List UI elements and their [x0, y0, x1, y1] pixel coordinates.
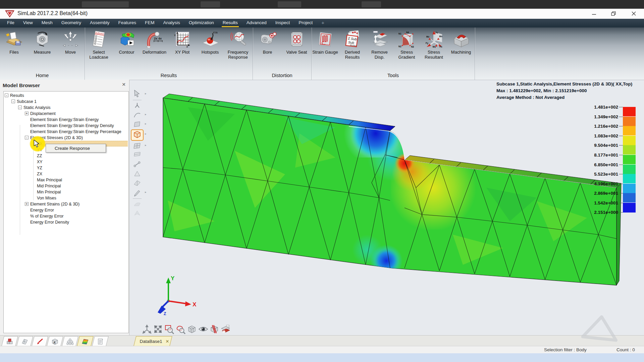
menu-view[interactable]: View: [19, 19, 37, 27]
svg-text:Y: Y: [174, 34, 176, 37]
section-button[interactable]: [220, 324, 230, 335]
tree-item-max-principal[interactable]: Max Principal: [4, 177, 128, 183]
ribbon-label: Deformation: [143, 50, 166, 55]
menu-project[interactable]: Project: [294, 19, 317, 27]
tree-item-energy-error-density[interactable]: Energy Error Density: [4, 219, 128, 225]
title-bar: SimLab 2017.2.2 Beta(64-bit): [0, 9, 644, 19]
tree-item-pct-energy-error[interactable]: % of Energy Error: [4, 213, 128, 219]
tree-item-displacement[interactable]: +Displacement: [4, 111, 128, 117]
view-cube-button[interactable]: [187, 324, 197, 335]
tree-item-static-analysis[interactable]: -Static Analysis: [4, 105, 128, 111]
legend-band: [623, 174, 636, 184]
zoom-lasso-button[interactable]: [176, 324, 186, 335]
ribbon-item-measure[interactable]: Measure: [28, 27, 56, 70]
zoom-window-button[interactable]: [164, 324, 174, 335]
tree-item-results[interactable]: -Results: [4, 93, 128, 99]
close-button[interactable]: [629, 10, 639, 18]
ribbon-item-derived-results[interactable]: Σ Sub Sub Min/Max Derived Results: [339, 27, 366, 70]
triad-toggle-button[interactable]: [142, 324, 152, 335]
ribbon-item-deformation[interactable]: 2x 4x Deformation: [141, 27, 168, 70]
model-browser-tree: -Results -Subcase 1 -Static Analysis +Di…: [3, 91, 129, 333]
tree-item-zz[interactable]: ZZ: [4, 153, 128, 159]
ribbon-label: Machining: [451, 50, 471, 55]
database-tab-label[interactable]: DataBase1: [140, 339, 162, 344]
ribbon-item-xy-plot[interactable]: Y X XY Plot: [168, 27, 196, 70]
tree-item-element-stresses[interactable]: -Element Stresses (2D & 3D): [4, 135, 128, 141]
tree-item-xy[interactable]: XY: [4, 159, 128, 165]
legend-tick: [619, 203, 623, 203]
tree-item-von-mises[interactable]: Von Mises: [4, 195, 128, 201]
menu-features[interactable]: Features: [114, 19, 141, 27]
collapse-icon[interactable]: -: [18, 106, 22, 109]
tree-item-element-strains[interactable]: +Element Strains (2D & 3D): [4, 201, 128, 207]
tree-item-min-principal[interactable]: Min Principal: [4, 189, 128, 195]
ribbon-item-select-loadcase[interactable]: Subcase Select Loadcase: [85, 27, 113, 70]
ribbon-item-bore[interactable]: Bore: [253, 27, 282, 70]
restore-button[interactable]: [608, 10, 619, 18]
ribbon-item-stress-gradient[interactable]: N1 N4 N2 N3 Stress Gradient: [393, 27, 420, 70]
move-icon: [62, 31, 79, 48]
legend-value: 4.196e+001: [570, 181, 618, 187]
ribbon-item-remove-disp[interactable]: Remove Disp.: [366, 27, 393, 70]
expand-icon[interactable]: +: [25, 112, 29, 115]
contour-icon: [118, 31, 136, 48]
ribbon-item-contour[interactable]: Contour: [113, 27, 141, 70]
list-tab[interactable]: [92, 336, 108, 346]
ribbon-label: Stress Gradient: [393, 50, 420, 60]
legend-value: 2.151e+000: [570, 209, 618, 215]
legend-value: 1.216e+002: [570, 123, 618, 129]
tree-item-zx[interactable]: ZX: [4, 171, 128, 177]
ribbon-item-frequency-response[interactable]: Frequency Response: [224, 27, 252, 70]
show-hide-button[interactable]: [198, 324, 208, 335]
database-tab-close-icon[interactable]: ✕: [165, 339, 169, 344]
minimize-button[interactable]: [589, 10, 599, 18]
menu-advanced[interactable]: Advanced: [242, 19, 271, 27]
results-tab-active[interactable]: [77, 336, 93, 346]
ribbon-item-move[interactable]: Move: [56, 27, 85, 70]
fit-view-button[interactable]: [153, 324, 163, 335]
menu-add-tab[interactable]: +: [317, 19, 329, 27]
menu-file[interactable]: File: [3, 19, 19, 27]
legend-band: [623, 184, 636, 193]
expand-icon[interactable]: +: [25, 202, 29, 206]
derived-results-icon: Σ Sub Sub Min/Max: [344, 31, 361, 48]
collapse-icon[interactable]: -: [5, 94, 8, 97]
tree-item-strain-energy-percentage[interactable]: Element Strain Energy:Strain Energy Perc…: [4, 129, 128, 135]
ribbon-item-files[interactable]: Files: [0, 27, 28, 70]
menu-geometry[interactable]: Geometry: [57, 19, 86, 27]
menu-mesh[interactable]: Mesh: [37, 19, 57, 27]
legend-value: 6.850e+001: [570, 162, 618, 168]
menu-results[interactable]: Results: [218, 19, 242, 27]
tree-item-energy-error[interactable]: Energy Error: [4, 207, 128, 213]
svg-text:Mx: Mx: [439, 35, 442, 38]
tree-item-yz[interactable]: YZ: [4, 165, 128, 171]
collapse-icon[interactable]: -: [25, 136, 29, 139]
menu-fem[interactable]: FEM: [141, 19, 159, 27]
deformation-icon: 2x 4x: [146, 31, 163, 48]
tree-item-mid-principal[interactable]: Mid Principal: [4, 183, 128, 189]
ribbon-item-machining[interactable]: Machining: [447, 27, 475, 70]
ribbon-item-hotspots[interactable]: r=n Hotspots: [196, 27, 224, 70]
3d-viewport-model[interactable]: [129, 80, 644, 339]
collapse-icon[interactable]: -: [11, 100, 15, 103]
nodes-tab[interactable]: [62, 336, 78, 346]
loads-tab[interactable]: [32, 336, 48, 346]
menu-analysis[interactable]: Analysis: [159, 19, 184, 27]
ribbon-item-stress-resultant[interactable]: Fz Mz Mx Fy My Fx Stress Resultant: [420, 27, 447, 70]
frequency-response-icon: [229, 31, 247, 48]
ribbon-item-valve-seat[interactable]: Valve Seat: [282, 27, 311, 70]
tree-item-subcase-1[interactable]: -Subcase 1: [4, 99, 128, 105]
tree-item-strain-energy-density[interactable]: Element Strain Energy:Strain Energy Dens…: [4, 123, 128, 129]
menu-inspect[interactable]: Inspect: [271, 19, 294, 27]
bodies-tab[interactable]: [1, 336, 18, 346]
menu-optimization[interactable]: Optimization: [184, 19, 218, 27]
tree-item-strain-energy[interactable]: Element Strain Energy:Strain Energy: [4, 117, 128, 123]
faces-tab[interactable]: [16, 336, 33, 346]
model-browser-close-icon[interactable]: ✕: [122, 82, 126, 87]
menu-assembly[interactable]: Assembly: [86, 19, 114, 27]
properties-tab[interactable]: A: [47, 336, 63, 346]
ribbon-item-strain-gauge[interactable]: Strain Gauge: [312, 27, 339, 70]
clipping-button[interactable]: [209, 324, 219, 335]
os-top-strip: [0, 0, 644, 9]
ribbon-label: Hotspots: [202, 50, 219, 55]
